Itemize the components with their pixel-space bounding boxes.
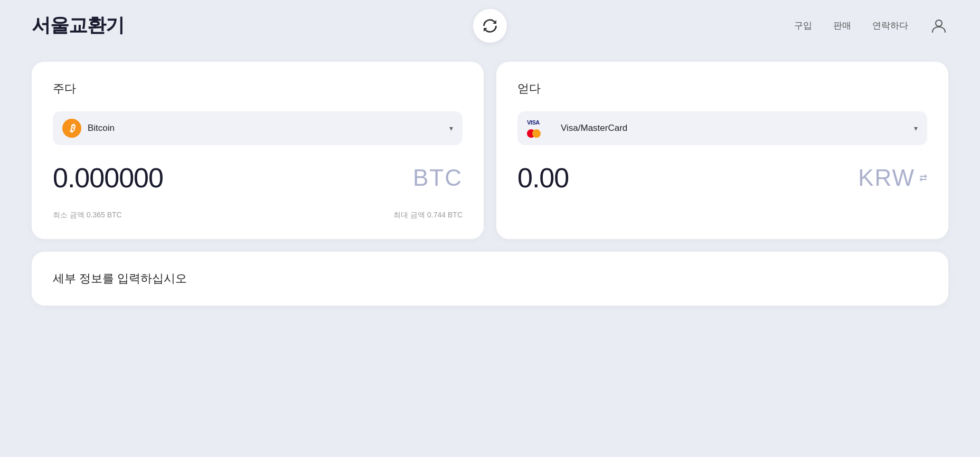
cards-row: 주다 ₿ Bitcoin ▾ 0.000000 BTC 최소 금액 0.365 … — [32, 62, 948, 239]
give-label: 주다 — [53, 81, 463, 97]
user-icon[interactable] — [929, 16, 948, 35]
swap-icon[interactable]: ⇄ — [919, 172, 927, 184]
give-min-label: 최소 금액 0.365 BTC — [53, 211, 122, 220]
navigation: 구입 판매 연락하다 — [794, 16, 948, 35]
svg-point-0 — [936, 20, 942, 26]
nav-buy[interactable]: 구입 — [794, 20, 812, 32]
receive-label: 얻다 — [517, 81, 927, 97]
receive-dropdown[interactable]: VISA Visa/MasterCard ▾ — [517, 111, 927, 145]
receive-card: 얻다 VISA Visa/MasterCard ▾ 0.00 — [496, 62, 948, 239]
give-currency-display: BTC — [413, 165, 463, 191]
visa-mastercard-icon: VISA — [527, 119, 554, 138]
receive-currency-name: Visa/MasterCard — [561, 123, 627, 134]
give-limits: 최소 금액 0.365 BTC 최대 금액 0.744 BTC — [53, 211, 463, 220]
receive-amount[interactable]: 0.00 — [517, 162, 569, 194]
bitcoin-icon: ₿ — [62, 119, 81, 138]
receive-currency-right: KRW ⇄ — [858, 165, 927, 191]
give-card: 주다 ₿ Bitcoin ▾ 0.000000 BTC 최소 금액 0.365 … — [32, 62, 484, 239]
logo: 서울교환기 — [32, 13, 124, 39]
give-amount-row: 0.000000 BTC — [53, 162, 463, 194]
details-title: 세부 정보를 입력하십시오 — [53, 271, 927, 287]
give-dropdown-left: ₿ Bitcoin — [62, 119, 115, 138]
details-card: 세부 정보를 입력하십시오 — [32, 252, 948, 306]
receive-dropdown-left: VISA Visa/MasterCard — [527, 119, 627, 138]
nav-sell[interactable]: 판매 — [833, 20, 851, 32]
header: 서울교환기 구입 판매 연락하다 — [0, 0, 980, 51]
give-amount[interactable]: 0.000000 — [53, 162, 163, 194]
receive-chevron-icon: ▾ — [914, 124, 918, 132]
refresh-button[interactable] — [473, 9, 507, 43]
receive-currency-display: KRW — [858, 165, 915, 191]
give-dropdown[interactable]: ₿ Bitcoin ▾ — [53, 111, 463, 145]
give-chevron-icon: ▾ — [449, 124, 453, 132]
give-currency-name: Bitcoin — [88, 123, 115, 134]
nav-contact[interactable]: 연락하다 — [872, 20, 908, 32]
main-content: 주다 ₿ Bitcoin ▾ 0.000000 BTC 최소 금액 0.365 … — [0, 51, 980, 327]
give-max-label: 최대 금액 0.744 BTC — [393, 211, 463, 220]
receive-amount-row: 0.00 KRW ⇄ — [517, 162, 927, 194]
